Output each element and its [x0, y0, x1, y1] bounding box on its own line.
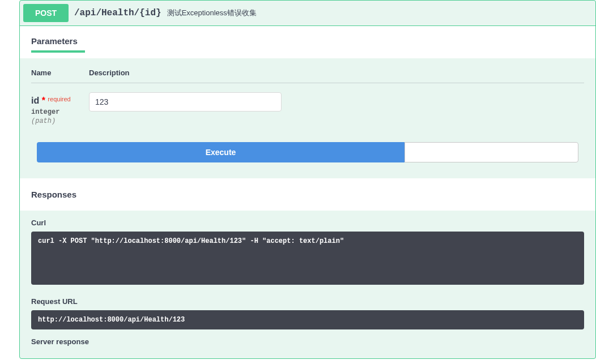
col-header-name: Name: [31, 68, 89, 77]
responses-header: Responses: [20, 178, 595, 211]
operation-summary-text: 测试Exceptionless错误收集: [167, 8, 257, 18]
request-url-label: Request URL: [31, 297, 584, 306]
parameter-row: id * required integer (path): [31, 92, 584, 125]
responses-title: Responses: [31, 190, 584, 199]
parameters-header: Parameters: [20, 26, 595, 58]
execute-button-row: Execute: [31, 125, 584, 173]
tab-underline: [31, 50, 85, 53]
execute-button[interactable]: Execute: [37, 142, 405, 162]
required-star-icon: *: [42, 96, 45, 105]
parameter-value-input[interactable]: [89, 92, 282, 112]
operation-block: POST /api/Health/{id} 测试Exceptionless错误收…: [19, 0, 596, 359]
request-url-block[interactable]: http://localhost:8000/api/Health/123: [31, 310, 584, 329]
http-method-badge: POST: [23, 4, 69, 22]
curl-label: Curl: [31, 219, 584, 227]
parameter-location: (path): [31, 117, 89, 125]
parameters-title: Parameters: [31, 36, 584, 46]
parameters-table-head: Name Description: [31, 68, 584, 83]
clear-button[interactable]: [405, 142, 578, 162]
curl-command-block[interactable]: curl -X POST "http://localhost:8000/api/…: [31, 232, 584, 285]
col-header-description: Description: [89, 68, 130, 77]
parameter-meta: id * required integer (path): [31, 92, 89, 125]
api-path: /api/Health/{id}: [74, 8, 161, 18]
responses-body: Curl curl -X POST "http://localhost:8000…: [20, 211, 595, 358]
parameter-input-cell: [89, 92, 282, 112]
parameter-type: integer: [31, 108, 89, 116]
operation-summary-row[interactable]: POST /api/Health/{id} 测试Exceptionless错误收…: [20, 1, 595, 26]
required-label: required: [48, 96, 70, 102]
parameter-name: id: [31, 96, 39, 105]
server-response-label: Server response: [31, 337, 584, 346]
parameters-table: Name Description id * required integer (…: [20, 58, 595, 178]
parameter-name-line: id * required: [31, 96, 89, 106]
